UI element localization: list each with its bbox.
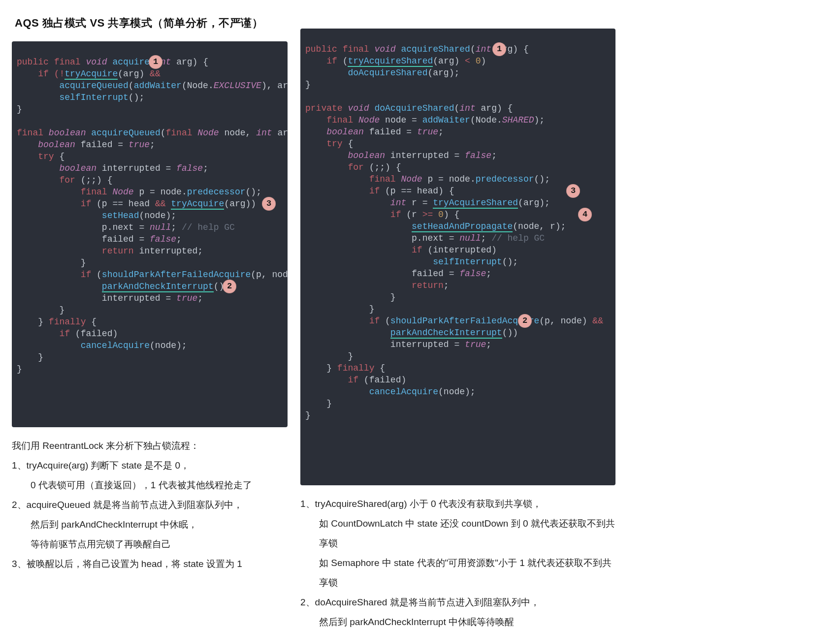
punct: (node); [438,387,476,397]
kw: final [81,187,107,197]
page: AQS 独占模式 VS 共享模式（简单分析，不严谨） public final … [0,0,840,629]
method: acquireQueued [91,128,160,138]
method: cancelAcquire [369,387,438,397]
punct: { [59,152,65,161]
punct: } [17,104,22,114]
op: (! [54,69,65,79]
op: && [150,69,161,79]
punct: } [305,80,311,90]
kw: final [326,115,353,125]
method: addWaiter [422,115,470,125]
type: int [390,198,406,208]
left-code-block: public final void acquire(int arg) { if … [12,41,288,427]
kw: final [166,128,193,138]
note-line: 1、tryAcquireShared(arg) 小于 0 代表没有获取到共享锁， [300,494,615,514]
type: Node [401,174,422,184]
kw: return [412,281,444,290]
punct: ; [176,234,182,244]
literal: false [150,234,176,244]
punct: } [390,292,396,302]
punct: (;;) { [81,175,113,185]
punct: ) { [444,210,459,220]
punct: (); [246,187,261,197]
op: && [592,316,603,326]
punct: (node, r); [513,221,566,231]
ident: (p == head) { [385,186,454,196]
type: Node [112,187,133,197]
kw: for [348,162,363,172]
ident: node = [385,115,417,125]
kw: try [38,152,54,161]
badge-3: 3 [262,197,276,211]
type: boolean [49,128,86,138]
note-line: 2、acquireQueued 就是将当前节点进入到阻塞队列中， [12,495,288,515]
method: predecessor [187,187,246,197]
ident: failed = [412,269,454,279]
right-notes: 1、tryAcquireShared(arg) 小于 0 代表没有获取到共享锁，… [300,494,615,629]
note-line: 如 CountDownLatch 中 state 还没 countDown 到 … [300,514,615,553]
method-underlined: tryAcquire [65,69,118,80]
ident: arg) { [277,128,288,138]
punct: ; [171,222,176,232]
punct: ) [481,56,486,66]
comment: // help GC [491,233,545,243]
punct: } [326,363,332,373]
punct: } [38,317,43,327]
kw: final [343,44,369,54]
method: acquireShared [401,44,470,54]
kw: if [59,329,70,339]
ident: failed = [102,234,144,244]
punct: ( [385,316,390,326]
literal: false [465,151,491,160]
type: int [459,103,475,113]
method-underlined: tryAcquireShared [348,56,433,67]
punct: } [38,352,43,362]
punct: } [369,304,375,314]
punct: (arg); [427,68,459,78]
punct: (p, node) [251,270,288,280]
method: selfInterrupt [433,257,502,267]
kw: final [17,128,43,138]
ident: interrupted = [102,163,171,173]
punct: { [380,363,385,373]
method: setHead [102,211,139,220]
type: void [86,57,107,67]
type: void [348,103,369,113]
ident: arg [176,57,192,67]
note-line: 2、doAcquireShared 就是将当前节点进入到阻塞队列中， [300,593,615,612]
kw: finally [337,363,375,373]
method-underlined: setHeadAndPropagate [412,221,513,232]
const: EXCLUSIVE [214,81,261,91]
punct: (); [534,174,550,184]
punct: ( [97,270,102,280]
note-line: 等待前驱节点用完锁了再唤醒自己 [12,535,288,554]
note-line: 3、被唤醒以后，将自己设置为 head，将 state 设置为 1 [12,554,288,574]
punct: ), arg)) [261,81,288,91]
badge-4: 4 [578,208,592,221]
op: && [155,199,166,209]
punct: } [348,351,353,361]
kw: private [305,103,343,113]
punct: (;;) { [369,162,401,172]
punct: ; [486,269,491,279]
kw: public [17,57,49,67]
punct: ; [438,127,444,137]
kw: if [81,270,92,280]
ident: (p == head [97,199,150,209]
ident: (interrupted) [427,245,496,255]
method-underlined: parkAndCheckInterrupt [102,282,214,292]
ident: p.next = [412,233,454,243]
punct: } [81,258,86,268]
ident: interrupted; [139,246,203,256]
kw: try [326,139,342,149]
type: Node [358,115,380,125]
comment: // help GC [182,222,235,232]
literal: null [459,233,481,243]
punct: ()) [502,328,518,338]
badge-1: 1 [149,55,162,69]
punct: } [59,305,65,315]
punct: (p, node) [539,316,587,326]
kw: if [369,186,380,196]
columns: public final void acquire(int arg) { if … [12,41,828,629]
punct: ; [481,233,486,243]
